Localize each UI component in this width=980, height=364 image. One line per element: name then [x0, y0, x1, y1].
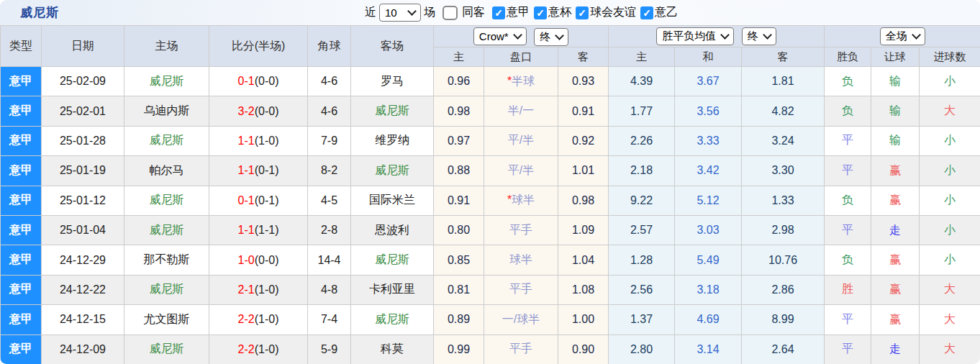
avg-draw-odds: 5.49: [675, 245, 742, 275]
subheader-handicap-home: 主: [434, 47, 484, 67]
handicap-away-odds: 1.08: [558, 275, 609, 304]
league-badge: 意甲: [1, 96, 42, 126]
avg-away-odds: 4.82: [742, 96, 825, 126]
avg-draw-odds: 3.18: [675, 275, 742, 304]
match-date: 25-02-01: [42, 96, 124, 126]
subheader-avg-away: 客: [742, 47, 825, 67]
corner-count: 4-5: [308, 186, 351, 215]
corner-count: 8-2: [308, 156, 351, 186]
goals-result: 小: [920, 186, 980, 215]
avg-home-odds: 1.28: [609, 245, 675, 275]
match-result: 负: [825, 245, 871, 275]
table-row: 意甲25-02-01乌迪内斯3-2(0-0)4-6威尼斯0.98半/一0.911…: [1, 96, 980, 126]
avg-time-select[interactable]: 终: [742, 27, 776, 45]
avg-away-odds: 2.86: [742, 275, 825, 304]
goals-result: 小: [920, 126, 980, 155]
handicap-line: 平手: [484, 215, 558, 245]
table-row: 意甲25-01-04威尼斯1-1(1-1)2-8恩波利0.80平手1.092.5…: [1, 215, 980, 245]
league-checkbox-serie-a[interactable]: [492, 6, 505, 19]
match-date: 24-12-29: [42, 245, 124, 275]
matches-table: 类型 日期 主场 比分(半场) 角球 客场 Crow* 终 胜平负均值 终 全场: [0, 25, 980, 364]
match-date: 25-01-19: [42, 156, 124, 186]
handicap-result: 赢: [871, 305, 920, 335]
handicap-home-odds: 0.81: [434, 275, 484, 304]
home-team: 威尼斯: [124, 275, 209, 304]
goals-result: 大: [920, 335, 980, 364]
odds-company-select[interactable]: Crow*: [473, 27, 527, 45]
handicap-home-odds: 0.89: [434, 305, 484, 335]
handicap-away-odds: 1.04: [558, 245, 609, 275]
corner-count: 14-4: [308, 245, 351, 275]
chevron-down-icon: [555, 31, 564, 40]
avg-away-odds: 1.33: [742, 186, 825, 215]
subheader-handicap-away: 客: [558, 47, 609, 67]
handicap-result: 走: [871, 335, 920, 364]
goals-result: 大: [920, 275, 980, 304]
handicap-away-odds: 0.91: [558, 96, 609, 126]
header-home: 主场: [124, 26, 209, 67]
league-badge: 意甲: [1, 335, 42, 364]
handicap-result: 输: [871, 126, 920, 155]
handicap-home-odds: 0.91: [434, 186, 484, 215]
corner-count: 7-4: [308, 305, 351, 335]
handicap-star: *: [507, 75, 512, 87]
league-checkbox-coppa-italia[interactable]: [534, 6, 547, 19]
avg-draw-odds: 4.69: [675, 305, 742, 335]
handicap-result: 输: [871, 67, 920, 96]
subheader-avg-draw: 和: [675, 47, 742, 67]
avg-away-odds: 2.98: [742, 215, 825, 245]
avg-home-odds: 9.22: [609, 186, 675, 215]
handicap-home-odds: 0.85: [434, 245, 484, 275]
league-label-coppa-italia: 意杯: [548, 5, 571, 20]
table-row: 意甲25-01-28威尼斯1-1(1-0)7-9维罗纳0.97平/半0.922.…: [1, 126, 980, 155]
table-row: 意甲24-12-22威尼斯2-1(1-0)4-8卡利亚里0.81平手1.082.…: [1, 275, 980, 304]
match-result: 平: [825, 156, 871, 186]
home-team: 乌迪内斯: [124, 96, 209, 126]
match-date: 25-01-28: [42, 126, 124, 155]
home-team: 威尼斯: [124, 335, 209, 364]
same-away-checkbox[interactable]: [443, 6, 458, 20]
handicap-result: 赢: [871, 245, 920, 275]
table-row: 意甲25-02-09威尼斯0-1(0-0)4-6罗马0.96*半球0.934.3…: [1, 67, 980, 96]
score-cell: 3-2(0-0): [209, 96, 308, 126]
header-away: 客场: [351, 26, 434, 67]
handicap-line: 平/半: [484, 126, 558, 155]
league-checkbox-serie-b[interactable]: [640, 6, 653, 19]
avg-away-odds: 2.64: [742, 335, 825, 364]
handicap-line: 平/半: [484, 156, 558, 186]
header-date: 日期: [42, 26, 124, 67]
table-row: 意甲25-01-12威尼斯0-1(0-1)4-5国际米兰0.91*球半0.989…: [1, 186, 980, 215]
avg-home-odds: 2.57: [609, 215, 675, 245]
away-team: 国际米兰: [351, 186, 434, 215]
corner-count: 7-9: [308, 126, 351, 155]
header-corner: 角球: [308, 26, 351, 67]
goals-result: 大: [920, 96, 980, 126]
handicap-line: *球半: [484, 186, 558, 215]
league-checkbox-club-friendly[interactable]: [576, 6, 589, 19]
subheader-result: 胜负: [825, 47, 871, 67]
full-match-select[interactable]: 全场: [880, 27, 925, 45]
match-result: 平: [825, 215, 871, 245]
avg-odds-select[interactable]: 胜平负均值: [656, 27, 734, 45]
venezia-stats-panel: 威尼斯 近 10 场 同客 意甲 意杯 球会友谊 意乙: [0, 0, 980, 364]
recent-count-select[interactable]: 10: [379, 4, 421, 22]
header-type: 类型: [1, 26, 42, 67]
score-cell: 2-2(1-0): [209, 335, 308, 364]
header-score: 比分(半场): [209, 26, 308, 67]
avg-home-odds: 2.56: [609, 275, 675, 304]
filter-controls: 近 10 场 同客 意甲 意杯 球会友谊 意乙: [362, 0, 678, 25]
subheader-avg-home: 主: [609, 47, 675, 67]
table-body: 意甲25-02-09威尼斯0-1(0-0)4-6罗马0.96*半球0.934.3…: [1, 67, 980, 364]
avg-draw-odds: 3.56: [675, 96, 742, 126]
avg-odds-group-header: 胜平负均值 终: [609, 26, 825, 47]
away-team: 卡利亚里: [351, 275, 434, 304]
away-team: 罗马: [351, 67, 434, 96]
corner-count: 4-6: [308, 67, 351, 96]
home-team: 威尼斯: [124, 67, 209, 96]
match-result: 平: [825, 305, 871, 335]
home-team: 那不勒斯: [124, 245, 209, 275]
corner-count: 2-8: [308, 215, 351, 245]
handicap-away-odds: 0.92: [558, 126, 609, 155]
handicap-line: 半/一: [484, 96, 558, 126]
handicap-time-select[interactable]: 终: [534, 28, 568, 46]
